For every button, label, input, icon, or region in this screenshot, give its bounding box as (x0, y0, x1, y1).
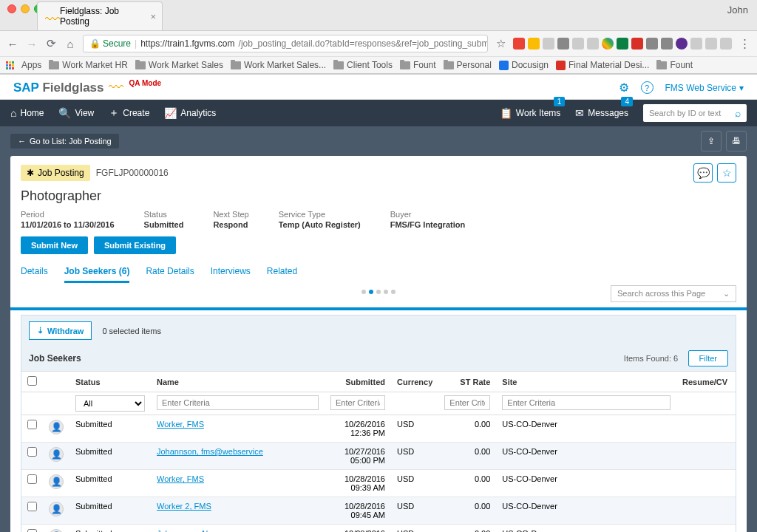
table-row: 👤SubmittedJohannson, Abe10/28/2016 09:57… (21, 525, 736, 533)
nav-view[interactable]: 🔍View (58, 107, 94, 119)
col-submitted[interactable]: Submitted (325, 372, 391, 392)
ext-icon[interactable] (676, 38, 688, 50)
bookmark-item[interactable]: Docusign (499, 60, 549, 70)
col-status[interactable]: Status (69, 372, 151, 392)
ext-icon[interactable] (543, 38, 554, 50)
nav-create[interactable]: ＋Create (109, 106, 149, 120)
star-icon[interactable]: ☆ (494, 37, 507, 50)
work-items-badge: 1 (554, 97, 566, 106)
menu-icon[interactable]: ⋮ (738, 37, 751, 50)
ext-icon[interactable] (705, 38, 717, 50)
seeker-link[interactable]: Johannson, Abe (157, 529, 215, 532)
tab-interviews[interactable]: Interviews (211, 262, 251, 283)
print-icon[interactable]: 🖶 (726, 131, 747, 151)
export-icon[interactable]: ⇪ (701, 131, 722, 151)
site-filter[interactable] (502, 395, 671, 410)
avatar-icon: 👤 (49, 447, 64, 462)
bookmark-item[interactable]: Work Market Sales (135, 60, 223, 70)
bookmark-item[interactable]: Final Material Desi... (556, 60, 649, 70)
row-checkbox[interactable] (27, 474, 37, 484)
avatar-icon: 👤 (49, 474, 64, 489)
nav-analytics[interactable]: 📈Analytics (164, 107, 216, 119)
ext-icon[interactable] (587, 38, 599, 50)
col-name[interactable]: Name (151, 372, 325, 392)
ext-icon[interactable] (572, 38, 584, 50)
col-rate[interactable]: ST Rate (438, 372, 496, 392)
view-icon: 🔍 (58, 107, 71, 119)
cell-site: US-CO-Denver (496, 497, 676, 525)
browser-tab[interactable]: 〰 Fieldglass: Job Posting × (37, 1, 163, 30)
bookmark-item[interactable]: Fount (400, 60, 436, 70)
seeker-link[interactable]: Worker 2, FMS (157, 502, 211, 511)
bookmark-item[interactable]: Personal (444, 60, 492, 70)
submit-new-button[interactable]: Submit New (21, 236, 88, 254)
ext-icon[interactable] (720, 38, 732, 50)
bookmark-item[interactable]: Fount (656, 60, 693, 70)
cell-status: Submitted (69, 443, 151, 470)
address-bar[interactable]: 🔒 Secure | https://train1.fgvms.com/job_… (83, 35, 488, 52)
col-resume[interactable]: Resume/CV (676, 372, 736, 392)
nav-home[interactable]: ⌂Home (10, 107, 44, 119)
tab-details[interactable]: Details (21, 262, 48, 283)
bookmark-item[interactable]: Client Tools (333, 60, 393, 70)
back-icon[interactable]: ← (6, 38, 19, 50)
ext-icon[interactable] (557, 38, 569, 50)
seeker-link[interactable]: Worker, FMS (157, 420, 204, 429)
help-icon[interactable]: ? (641, 81, 654, 94)
ext-icon[interactable] (602, 38, 614, 50)
status-filter[interactable]: All (75, 395, 145, 412)
pager-dots[interactable] (361, 290, 396, 294)
tab-related[interactable]: Related (267, 262, 297, 283)
bookmark-item[interactable]: Work Market Sales... (231, 60, 326, 70)
favorite-icon[interactable]: ☆ (717, 163, 736, 183)
ext-icon[interactable] (631, 38, 643, 50)
submitted-filter[interactable] (330, 395, 385, 410)
meta-label: Period (21, 210, 115, 219)
window-close[interactable] (7, 4, 16, 13)
reload-icon[interactable]: ⟳ (44, 37, 58, 50)
rate-filter[interactable] (444, 395, 490, 410)
browser-user[interactable]: John (727, 4, 748, 16)
apps-icon[interactable] (6, 61, 14, 69)
forward-icon[interactable]: → (25, 38, 38, 50)
ext-icon[interactable] (690, 38, 702, 50)
row-checkbox[interactable] (27, 529, 37, 532)
row-checkbox[interactable] (27, 420, 37, 429)
col-currency[interactable]: Currency (391, 372, 438, 392)
ext-icon[interactable] (661, 38, 673, 50)
row-checkbox[interactable] (27, 447, 37, 457)
submit-existing-button[interactable]: Submit Existing (94, 236, 176, 254)
seeker-link[interactable]: Worker, FMS (157, 474, 204, 483)
ext-icon[interactable] (528, 38, 540, 50)
withdraw-button[interactable]: ⇣Withdraw (29, 321, 92, 340)
tab-job-seekers[interactable]: Job Seekers (6) (64, 262, 130, 283)
home-icon[interactable]: ⌂ (64, 38, 77, 50)
tab-rate-details[interactable]: Rate Details (146, 262, 194, 283)
chat-icon[interactable]: 💬 (693, 163, 713, 183)
avatar-icon: 👤 (49, 502, 64, 516)
global-search[interactable]: Search by ID or text ⌕ (643, 104, 747, 122)
select-all-checkbox[interactable] (27, 376, 37, 386)
tab-close-icon[interactable]: × (150, 11, 156, 22)
col-site[interactable]: Site (496, 372, 676, 392)
window-minimize[interactable] (21, 4, 30, 13)
page-search[interactable]: Search across this Page⌄ (611, 285, 736, 302)
gear-icon[interactable]: ⚙ (619, 81, 629, 95)
ext-icon[interactable] (646, 38, 658, 50)
cell-resume (676, 443, 736, 470)
bookmark-item[interactable]: Apps (21, 60, 41, 70)
seeker-link[interactable]: Johannson, fms@webservice (157, 447, 263, 456)
bookmark-item[interactable]: Work Market HR (49, 60, 127, 70)
user-menu[interactable]: FMS Web Service ▾ (665, 83, 744, 93)
extensions (513, 38, 732, 50)
row-checkbox[interactable] (27, 502, 37, 511)
back-to-list[interactable]: ← Go to List: Job Posting (10, 134, 119, 149)
name-filter[interactable] (157, 395, 319, 410)
browser-chrome: John 〰 Fieldglass: Job Posting × ← → ⟳ ⌂… (0, 0, 757, 75)
ext-icon[interactable] (617, 38, 628, 50)
ext-icon[interactable] (513, 38, 525, 50)
nav-messages[interactable]: 4 ✉Messages (575, 107, 628, 119)
nav-work-items[interactable]: 1 📋Work Items (500, 107, 560, 119)
main-nav: ⌂Home 🔍View ＋Create 📈Analytics 1 📋Work I… (0, 100, 757, 126)
filter-button[interactable]: Filter (688, 350, 728, 366)
